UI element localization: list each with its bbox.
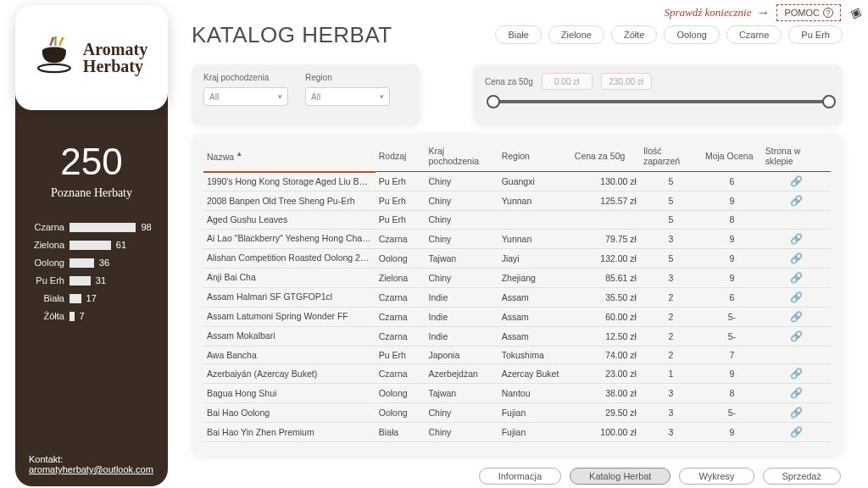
table-row[interactable]: Bai Hao Yin Zhen PremiumBiałaChinyFujian… (203, 423, 831, 442)
cell-brews: 3 (640, 268, 702, 287)
table-row[interactable]: 1990's Hong Kong Storage Aged Liu Bao He… (203, 172, 831, 191)
col-region[interactable]: Region (498, 142, 571, 172)
price-max-box[interactable]: 230.00 zł (601, 73, 652, 90)
table-row[interactable]: Azerbaiyán (Azercay Buket)CzarnaAzerbejd… (203, 364, 831, 384)
cell-shop-link[interactable]: 🔗 (762, 423, 831, 442)
cell-country: Tajwan (426, 384, 498, 403)
table-row[interactable]: Bai Hao OolongOolongChinyFujian29.50 zł3… (203, 403, 831, 423)
cell-shop-link[interactable]: 🔗 (762, 268, 831, 287)
bottom-tab[interactable]: Katalog Herbat (570, 468, 670, 485)
cell-shop-link[interactable]: 🔗 (762, 326, 831, 346)
cell-shop-link[interactable]: 🔗 (762, 229, 831, 248)
cell-country: Chiny (426, 423, 498, 442)
table-row[interactable]: Anji Bai ChaZielonaChinyZhejiang85.61 zł… (203, 268, 831, 287)
bottom-tab[interactable]: Wykresy (679, 468, 754, 485)
col-shop[interactable]: Strona w sklepie (762, 142, 831, 172)
link-icon[interactable]: 🔗 (790, 407, 803, 419)
link-icon[interactable]: 🔗 (790, 387, 803, 399)
total-count-label: Poznane Herbaty (15, 186, 168, 200)
cell-type: Oolong (376, 248, 426, 268)
cell-type: Czarna (376, 364, 426, 384)
bar-row: Oolong36 (29, 258, 154, 268)
col-type[interactable]: Rodzaj (376, 142, 426, 172)
cell-shop-link[interactable]: 🔗 (762, 172, 831, 191)
bar-row: Żółta7 (29, 311, 154, 321)
table-row[interactable]: 2008 Banpen Old Tree Sheng Pu-ErhPu ErhC… (203, 191, 831, 211)
filter-region-select[interactable]: All▾ (305, 87, 390, 106)
cell-name: Assam Halmari SF GTGFOP1cl (203, 287, 376, 307)
filter-country-select[interactable]: All▾ (203, 87, 288, 106)
price-min-box[interactable]: 0.00 zł (542, 73, 593, 90)
bar-value: 61 (116, 240, 126, 250)
cell-shop-link[interactable]: 🔗 (762, 403, 831, 423)
cell-shop-link[interactable]: 🔗 (762, 364, 831, 384)
cell-price: 85.61 zł (571, 268, 640, 287)
category-tab[interactable]: Żółte (611, 25, 657, 44)
link-icon[interactable]: 🔗 (790, 368, 803, 380)
col-country[interactable]: Kraj pochodzenia (426, 142, 498, 172)
category-tab[interactable]: Oolong (664, 25, 719, 44)
bottom-tab[interactable]: Sprzedaż (763, 468, 841, 485)
price-slider[interactable] (487, 100, 836, 103)
col-price[interactable]: Cena za 50g (571, 142, 640, 172)
table-row[interactable]: Awa BanchaPu ErhJaponiaTokushima74.00 zł… (203, 346, 831, 364)
table-row[interactable]: Assam MokalbariCzarnaIndieAssam12.50 zł2… (203, 326, 831, 346)
link-icon[interactable]: 🔗 (790, 175, 803, 187)
slider-handle-max[interactable] (822, 95, 836, 108)
table-row[interactable]: Ai Lao "Blackberry" Yesheng Hong Cha Cak… (203, 229, 831, 248)
bar (70, 258, 94, 268)
contact-email-link[interactable]: aromatyherbaty@outlook.com (29, 464, 153, 474)
cell-shop-link[interactable]: 🔗 (762, 287, 831, 307)
bottom-tab[interactable]: Informacja (479, 468, 561, 485)
category-tab[interactable]: Białe (495, 25, 541, 44)
bar-value: 7 (80, 311, 85, 321)
bar (70, 276, 91, 286)
bar-label: Pu Erh (29, 275, 64, 286)
link-icon[interactable]: 🔗 (790, 426, 803, 438)
cell-shop-link[interactable]: 🔗 (762, 191, 831, 211)
cell-name: 1990's Hong Kong Storage Aged Liu Bao He… (203, 172, 376, 191)
cell-region: Guangxi (498, 172, 571, 191)
cell-country: Azerbejdżan (426, 364, 498, 384)
bar-value: 98 (141, 222, 151, 232)
chevron-down-icon: ▾ (380, 92, 384, 101)
link-icon[interactable]: 🔗 (790, 330, 803, 342)
table-row[interactable]: Bagua Hong ShuiOolongTajwanNantou38.00 z… (203, 384, 831, 403)
bar-value: 17 (86, 293, 97, 303)
category-tab[interactable]: Zielone (548, 25, 604, 44)
link-icon[interactable]: 🔗 (790, 272, 803, 284)
cell-type: Czarna (376, 229, 426, 248)
table-row[interactable]: Alishan Competition Roasted Oolong 2022O… (203, 248, 831, 268)
cell-rating: 9 (702, 229, 762, 248)
col-brews[interactable]: Ilość zaparzeń (640, 142, 702, 172)
cell-shop-link[interactable]: 🔗 (762, 307, 831, 326)
contact-block: Kontakt: aromatyherbaty@outlook.com (29, 454, 153, 474)
cell-shop-link[interactable]: 🔗 (762, 248, 831, 268)
link-icon[interactable]: 🔗 (790, 291, 803, 303)
category-tab[interactable]: Pu Erh (788, 25, 843, 44)
cell-price: 79.75 zł (571, 229, 640, 248)
cell-price: 29.50 zł (571, 403, 640, 423)
cell-rating: 6 (702, 172, 762, 191)
slider-handle-min[interactable] (487, 95, 500, 108)
cell-shop-link[interactable]: 🔗 (762, 384, 831, 403)
bar-row: Biała17 (29, 293, 154, 303)
svg-point-4 (61, 37, 64, 40)
table-row[interactable]: Aged Gushu LeavesPu ErhChiny58 (203, 211, 831, 230)
cell-type: Czarna (376, 287, 426, 307)
col-rating[interactable]: Moja Ocena (702, 142, 762, 172)
link-icon[interactable]: 🔗 (790, 311, 803, 323)
cell-region: Azercay Buket (498, 364, 571, 384)
table-row[interactable]: Assam Halmari SF GTGFOP1clCzarnaIndieAss… (203, 287, 831, 307)
filter-country-label: Kraj pochodzenia (203, 73, 288, 82)
category-tab[interactable]: Czarne (726, 25, 782, 44)
bar-value: 36 (99, 258, 109, 268)
cell-name: Aged Gushu Leaves (203, 211, 376, 230)
link-icon[interactable]: 🔗 (790, 195, 803, 207)
table-row[interactable]: Assam Latumoni Spring Wonder FFCzarnaInd… (203, 307, 831, 326)
bar-value: 31 (96, 275, 106, 286)
tea-table-panel: Nazwa ▲ Rodzaj Kraj pochodzenia Region C… (192, 134, 843, 456)
link-icon[interactable]: 🔗 (790, 233, 803, 245)
link-icon[interactable]: 🔗 (790, 252, 803, 264)
col-name[interactable]: Nazwa ▲ (203, 142, 376, 172)
